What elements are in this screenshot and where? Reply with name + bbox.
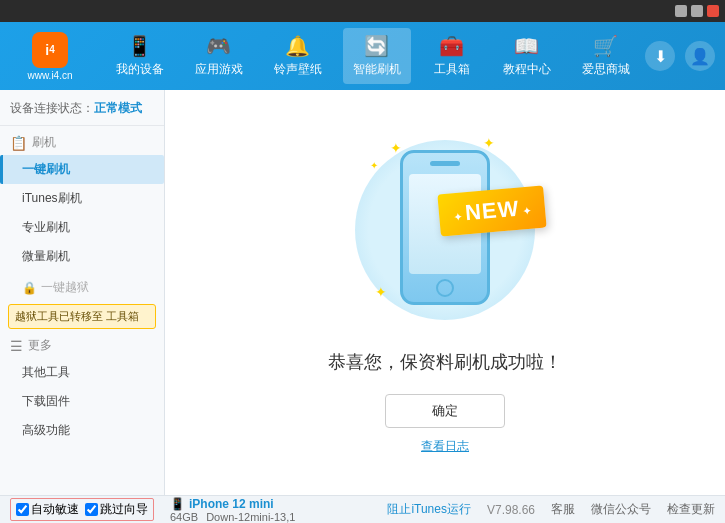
status-value: 正常模式 (94, 101, 142, 115)
bottom-left: 自动敏速 跳过向导 📱 iPhone 12 mini 64GB Down-12m… (10, 497, 295, 523)
jailbreak-warning: 越狱工具已转移至 工具箱 (8, 304, 156, 329)
flash-section-icon: 📋 (10, 135, 27, 151)
header: i 4 www.i4.cn 📱 我的设备 🎮 应用游戏 🔔 铃声壁纸 🔄 智能刷… (0, 22, 725, 90)
sidebar-item-advanced[interactable]: 高级功能 (0, 416, 164, 445)
sidebar-item-onekey-flash[interactable]: 一键刷机 (0, 155, 164, 184)
lock-icon: 🔒 (22, 281, 37, 295)
itunes-status[interactable]: 阻止iTunes运行 (387, 501, 471, 518)
tutorial-icon: 📖 (514, 34, 539, 58)
nav-my-device[interactable]: 📱 我的设备 (106, 28, 174, 84)
phone-speaker (430, 161, 460, 166)
ringtones-icon: 🔔 (285, 34, 310, 58)
nav-app-games-label: 应用游戏 (195, 61, 243, 78)
sparkle-4: ✦ (370, 160, 378, 171)
flash-section: 📋 刷机 一键刷机 iTunes刷机 专业刷机 微量刷机 (0, 130, 164, 271)
nav-ringtones[interactable]: 🔔 铃声壁纸 (264, 28, 332, 84)
view-log-link[interactable]: 查看日志 (421, 438, 469, 455)
customer-service-link[interactable]: 客服 (551, 501, 575, 518)
logo: i 4 www.i4.cn (10, 32, 90, 81)
sidebar: 设备连接状态：正常模式 📋 刷机 一键刷机 iTunes刷机 专业刷机 微量刷机… (0, 90, 165, 495)
toolbox-icon: 🧰 (439, 34, 464, 58)
download-btn[interactable]: ⬇ (645, 41, 675, 71)
nav-app-games[interactable]: 🎮 应用游戏 (185, 28, 253, 84)
more-section-label: 更多 (28, 337, 52, 354)
sidebar-item-itunes-flash[interactable]: iTunes刷机 (0, 184, 164, 213)
nav-smart-flash-label: 智能刷机 (353, 61, 401, 78)
device-name: iPhone 12 mini (189, 497, 274, 511)
logo-text: www.i4.cn (27, 70, 72, 81)
sparkle-3: ✦ (375, 284, 387, 300)
nav-ringtones-label: 铃声壁纸 (274, 61, 322, 78)
nav-my-device-label: 我的设备 (116, 61, 164, 78)
status-label: 设备连接状态： (10, 101, 94, 115)
sidebar-item-download-firmware[interactable]: 下载固件 (0, 387, 164, 416)
nav-tutorial-label: 教程中心 (503, 61, 551, 78)
maximize-btn[interactable] (691, 5, 703, 17)
nav-bar: 📱 我的设备 🎮 应用游戏 🔔 铃声壁纸 🔄 智能刷机 🧰 工具箱 📖 教程中心… (100, 28, 645, 84)
main-area: 设备连接状态：正常模式 📋 刷机 一键刷机 iTunes刷机 专业刷机 微量刷机… (0, 90, 725, 495)
more-section-title: ☰ 更多 (0, 333, 164, 358)
confirm-button[interactable]: 确定 (385, 394, 505, 428)
jailbreak-locked: 🔒 一键越狱 (0, 275, 164, 300)
my-device-icon: 📱 (127, 34, 152, 58)
more-section-icon: ☰ (10, 338, 23, 354)
user-btn[interactable]: 👤 (685, 41, 715, 71)
logo-icon: i 4 (32, 32, 68, 68)
device-storage: 64GB (170, 511, 198, 523)
device-icon: 📱 (170, 497, 185, 511)
app-games-icon: 🎮 (206, 34, 231, 58)
flash-section-label: 刷机 (32, 134, 56, 151)
device-firmware: Down-12mini-13,1 (206, 511, 295, 523)
bottom-bar: 自动敏速 跳过向导 📱 iPhone 12 mini 64GB Down-12m… (0, 495, 725, 523)
close-btn[interactable] (707, 5, 719, 17)
sidebar-item-pro-flash[interactable]: 专业刷机 (0, 213, 164, 242)
checkbox-container: 自动敏速 跳过向导 (10, 498, 154, 521)
nav-toolbox[interactable]: 🧰 工具箱 (422, 28, 482, 84)
flash-section-title: 📋 刷机 (0, 130, 164, 155)
auto-speed-text: 自动敏速 (31, 501, 79, 518)
nav-store-label: 爱思商城 (582, 61, 630, 78)
bottom-right: 阻止iTunes运行 V7.98.66 客服 微信公众号 检查更新 (387, 501, 715, 518)
connection-status: 设备连接状态：正常模式 (0, 96, 164, 126)
success-message: 恭喜您，保资料刷机成功啦！ (328, 350, 562, 374)
wechat-link[interactable]: 微信公众号 (591, 501, 651, 518)
version-text: V7.98.66 (487, 503, 535, 517)
minimize-btn[interactable] (675, 5, 687, 17)
nav-tutorial[interactable]: 📖 教程中心 (493, 28, 561, 84)
jailbreak-label: 一键越狱 (41, 279, 89, 296)
title-bar (0, 0, 725, 22)
device-info: 📱 iPhone 12 mini 64GB Down-12mini-13,1 (170, 497, 295, 523)
more-section: ☰ 更多 其他工具 下载固件 高级功能 (0, 333, 164, 445)
skip-wizard-text: 跳过向导 (100, 501, 148, 518)
smart-flash-icon: 🔄 (364, 34, 389, 58)
sidebar-item-other-tools[interactable]: 其他工具 (0, 358, 164, 387)
sparkle-2: ✦ (483, 135, 495, 151)
store-icon: 🛒 (593, 34, 618, 58)
skip-wizard-label[interactable]: 跳过向导 (85, 501, 148, 518)
skip-wizard-checkbox[interactable] (85, 503, 98, 516)
content-area: ✦ ✦ ✦ ✦ NEW 恭喜您，保资料刷机成功啦！ 确定 查看日志 (165, 90, 725, 495)
nav-toolbox-label: 工具箱 (434, 61, 470, 78)
nav-smart-flash[interactable]: 🔄 智能刷机 (343, 28, 411, 84)
header-right: ⬇ 👤 (645, 41, 715, 71)
phone-home-button (436, 279, 454, 297)
sparkle-1: ✦ (390, 140, 402, 156)
auto-speed-label[interactable]: 自动敏速 (16, 501, 79, 518)
sidebar-item-micro-flash[interactable]: 微量刷机 (0, 242, 164, 271)
auto-speed-checkbox[interactable] (16, 503, 29, 516)
success-illustration: ✦ ✦ ✦ ✦ NEW (335, 130, 555, 330)
jailbreak-section: 🔒 一键越狱 越狱工具已转移至 工具箱 (0, 275, 164, 329)
check-update-link[interactable]: 检查更新 (667, 501, 715, 518)
nav-store[interactable]: 🛒 爱思商城 (572, 28, 640, 84)
